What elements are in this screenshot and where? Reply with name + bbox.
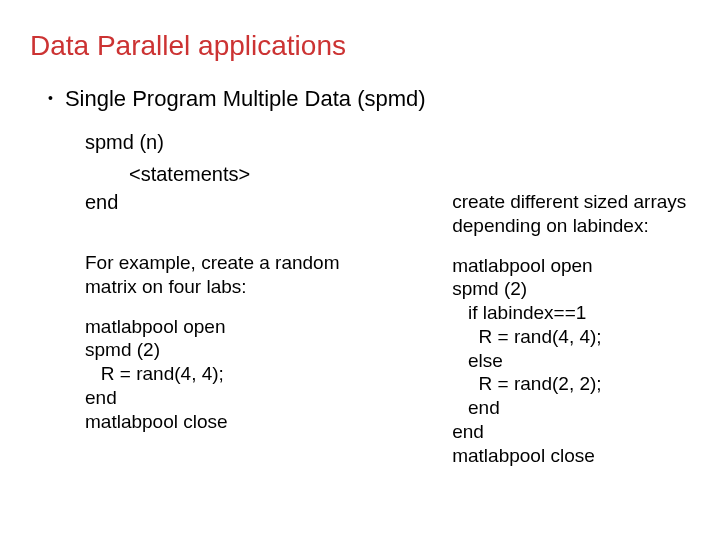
code-line: if labindex==1 <box>452 301 690 325</box>
syntax-end: end <box>85 190 392 215</box>
left-column: end For example, create a random matrix … <box>85 190 392 467</box>
code-line: spmd (2) <box>452 277 690 301</box>
page-title: Data Parallel applications <box>30 30 690 62</box>
code-line: R = rand(2, 2); <box>452 372 690 396</box>
right-column: create different sized arrays depending … <box>452 190 690 467</box>
syntax-block: spmd (n) <statements> <box>85 126 690 190</box>
code-line: R = rand(4, 4); <box>85 362 392 386</box>
bullet-item: • Single Program Multiple Data (spmd) <box>48 86 690 112</box>
code-line: R = rand(4, 4); <box>452 325 690 349</box>
left-intro: For example, create a random matrix on f… <box>85 251 392 299</box>
code-line: matlabpool open <box>85 315 392 339</box>
syntax-line: <statements> <box>129 158 690 190</box>
code-line: else <box>452 349 690 373</box>
code-line: end <box>85 386 392 410</box>
code-line: end <box>452 420 690 444</box>
bullet-icon: • <box>48 90 53 106</box>
syntax-line: spmd (n) <box>85 126 690 158</box>
bullet-text: Single Program Multiple Data (spmd) <box>65 86 426 112</box>
code-line: end <box>452 396 690 420</box>
code-line: matlabpool close <box>452 444 690 468</box>
code-line: spmd (2) <box>85 338 392 362</box>
right-intro: create different sized arrays depending … <box>452 190 690 238</box>
code-line: matlabpool close <box>85 410 392 434</box>
code-line: matlabpool open <box>452 254 690 278</box>
